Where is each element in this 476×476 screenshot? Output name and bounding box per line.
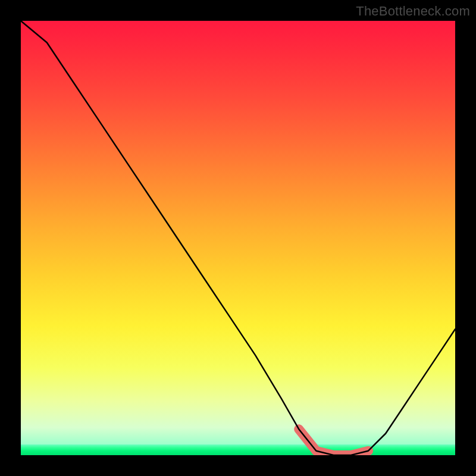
chart-frame: TheBottleneck.com	[0, 0, 476, 476]
gradient-background	[21, 21, 455, 444]
green-band	[21, 444, 455, 455]
plot-area	[21, 21, 455, 455]
attribution-text: TheBottleneck.com	[356, 4, 470, 19]
